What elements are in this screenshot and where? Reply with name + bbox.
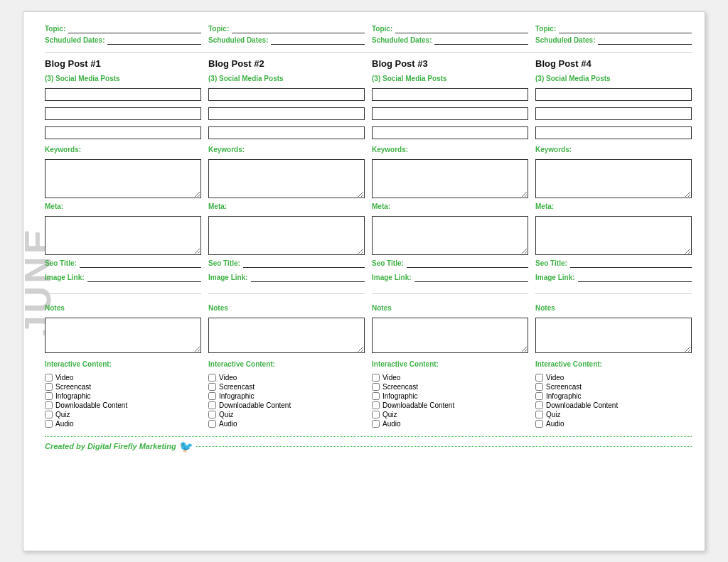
checkbox-audio-input-1[interactable] bbox=[45, 420, 53, 428]
checkbox-infographic-2[interactable]: Infographic bbox=[208, 392, 365, 400]
checkbox-downloadable-4[interactable]: Downloadable Content bbox=[535, 401, 692, 409]
checkbox-quiz-input-1[interactable] bbox=[45, 411, 53, 418]
checkbox-quiz-input-3[interactable] bbox=[372, 411, 380, 418]
dates-input-4[interactable] bbox=[598, 36, 692, 45]
social-input-3a[interactable] bbox=[372, 88, 528, 101]
social-input-4c[interactable] bbox=[535, 126, 692, 139]
checkbox-infographic-input-2[interactable] bbox=[208, 392, 216, 400]
topic-input-4[interactable] bbox=[559, 25, 692, 33]
checkbox-screencast-input-3[interactable] bbox=[372, 383, 380, 391]
checkbox-screencast-input-4[interactable] bbox=[535, 383, 543, 391]
checkbox-quiz-input-2[interactable] bbox=[208, 411, 216, 418]
checkbox-downloadable-3[interactable]: Downloadable Content bbox=[372, 401, 528, 409]
checkbox-video-1[interactable]: Video bbox=[45, 374, 201, 382]
checkbox-screencast-input-1[interactable] bbox=[45, 383, 53, 391]
checkbox-video-input-4[interactable] bbox=[535, 374, 543, 382]
checkbox-downloadable-input-1[interactable] bbox=[45, 401, 53, 409]
checkbox-downloadable-1[interactable]: Downloadable Content bbox=[45, 401, 201, 409]
keywords-textarea-4[interactable] bbox=[535, 159, 692, 198]
checkbox-video-input-2[interactable] bbox=[208, 374, 216, 382]
checkbox-screencast-input-2[interactable] bbox=[208, 383, 216, 391]
checkbox-audio-input-4[interactable] bbox=[535, 420, 543, 428]
social-input-2c[interactable] bbox=[208, 126, 365, 139]
seo-input-3[interactable] bbox=[407, 259, 528, 268]
social-input-4b[interactable] bbox=[535, 107, 692, 120]
checkbox-infographic-4[interactable]: Infographic bbox=[535, 392, 692, 400]
top-row: Topic: Schuduled Dates: Topic: Schuduled… bbox=[45, 25, 692, 45]
notes-textarea-4[interactable] bbox=[535, 318, 692, 353]
checkbox-infographic-3[interactable]: Infographic bbox=[372, 392, 528, 400]
checkbox-infographic-1[interactable]: Infographic bbox=[45, 392, 201, 400]
meta-label-2: Meta: bbox=[208, 202, 365, 210]
checkbox-audio-4[interactable]: Audio bbox=[535, 420, 692, 428]
checkbox-infographic-input-4[interactable] bbox=[535, 392, 543, 400]
seo-label-2: Seo Title: bbox=[208, 259, 240, 267]
checkbox-infographic-input-1[interactable] bbox=[45, 392, 53, 400]
checkbox-video-4[interactable]: Video bbox=[535, 374, 692, 382]
checkbox-video-3[interactable]: Video bbox=[372, 374, 528, 382]
image-input-3[interactable] bbox=[414, 274, 528, 282]
keywords-textarea-2[interactable] bbox=[208, 159, 365, 198]
checkbox-downloadable-2[interactable]: Downloadable Content bbox=[208, 401, 365, 409]
checkbox-downloadable-input-3[interactable] bbox=[372, 401, 380, 409]
image-label-1: Image Link: bbox=[45, 274, 85, 281]
checkbox-audio-1[interactable]: Audio bbox=[45, 420, 201, 428]
dates-input-2[interactable] bbox=[271, 36, 365, 45]
topic-label-4: Topic: bbox=[535, 25, 556, 33]
topic-input-2[interactable] bbox=[232, 25, 365, 33]
checkbox-audio-input-2[interactable] bbox=[208, 420, 216, 428]
keywords-textarea-1[interactable] bbox=[45, 159, 201, 198]
notes-textarea-1[interactable] bbox=[45, 318, 201, 353]
checkbox-downloadable-input-4[interactable] bbox=[535, 401, 543, 409]
notes-textarea-2[interactable] bbox=[208, 318, 365, 353]
seo-input-4[interactable] bbox=[570, 259, 692, 268]
checkbox-video-2[interactable]: Video bbox=[208, 374, 365, 382]
social-input-4a[interactable] bbox=[535, 88, 692, 101]
checkbox-infographic-input-3[interactable] bbox=[372, 392, 380, 400]
dates-label-3: Schuduled Dates: bbox=[372, 36, 432, 44]
notes-label-2: Notes bbox=[208, 304, 365, 312]
meta-textarea-2[interactable] bbox=[208, 216, 365, 255]
social-input-2b[interactable] bbox=[208, 107, 365, 120]
social-input-3c[interactable] bbox=[372, 126, 528, 139]
checkbox-quiz-input-4[interactable] bbox=[535, 411, 543, 418]
keywords-textarea-3[interactable] bbox=[372, 159, 528, 198]
keywords-label-4: Keywords: bbox=[535, 146, 692, 153]
image-input-1[interactable] bbox=[87, 274, 201, 282]
seo-input-1[interactable] bbox=[80, 259, 201, 268]
meta-textarea-4[interactable] bbox=[535, 216, 692, 255]
checkbox-quiz-3[interactable]: Quiz bbox=[372, 411, 528, 418]
checkbox-audio-2[interactable]: Audio bbox=[208, 420, 365, 428]
checkbox-screencast-3[interactable]: Screencast bbox=[372, 383, 528, 391]
seo-input-2[interactable] bbox=[243, 259, 365, 268]
social-input-1a[interactable] bbox=[45, 88, 201, 101]
image-input-4[interactable] bbox=[578, 274, 692, 282]
social-input-2a[interactable] bbox=[208, 88, 365, 101]
topic-input-3[interactable] bbox=[395, 25, 528, 33]
checkbox-screencast-2[interactable]: Screencast bbox=[208, 383, 365, 391]
interactive-label-4: Interactive Content: bbox=[535, 360, 692, 368]
checkbox-quiz-4[interactable]: Quiz bbox=[535, 411, 692, 418]
topic-input-1[interactable] bbox=[68, 25, 201, 33]
checkbox-video-input-3[interactable] bbox=[372, 374, 380, 382]
dates-input-1[interactable] bbox=[107, 36, 201, 45]
checkbox-screencast-4[interactable]: Screencast bbox=[535, 383, 692, 391]
notes-textarea-3[interactable] bbox=[372, 318, 528, 353]
checkbox-audio-3[interactable]: Audio bbox=[372, 420, 528, 428]
social-input-1b[interactable] bbox=[45, 107, 201, 120]
checkbox-downloadable-input-2[interactable] bbox=[208, 401, 216, 409]
social-input-3b[interactable] bbox=[372, 107, 528, 120]
meta-textarea-1[interactable] bbox=[45, 216, 201, 255]
checkbox-audio-input-3[interactable] bbox=[372, 420, 380, 428]
notes-label-3: Notes bbox=[372, 304, 528, 312]
checkbox-quiz-1[interactable]: Quiz bbox=[45, 411, 201, 418]
checkbox-video-input-1[interactable] bbox=[45, 374, 53, 382]
meta-textarea-3[interactable] bbox=[372, 216, 528, 255]
dates-input-3[interactable] bbox=[434, 36, 528, 45]
image-input-2[interactable] bbox=[251, 274, 365, 282]
footer: Created by Digital Firefly Marketing 🐦 bbox=[45, 436, 692, 453]
checkbox-screencast-1[interactable]: Screencast bbox=[45, 383, 201, 391]
checkbox-quiz-2[interactable]: Quiz bbox=[208, 411, 365, 418]
image-field-1: Image Link: bbox=[45, 274, 201, 282]
social-input-1c[interactable] bbox=[45, 126, 201, 139]
